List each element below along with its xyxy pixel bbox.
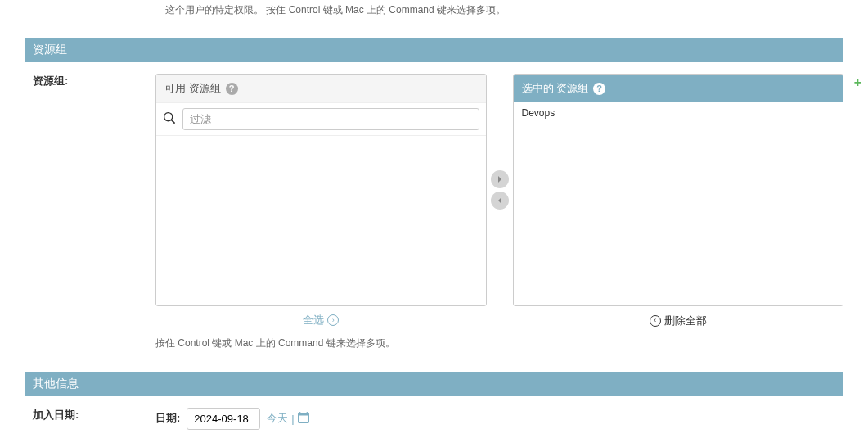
section-header-other-info: 其他信息 [25,372,843,396]
date-field-label: 日期: [155,411,180,426]
divider [25,29,843,29]
chevron-right-icon: › [327,314,339,326]
join-date-label: 加入日期: [25,408,155,422]
chosen-box: 选中的 资源组 ? Devops [513,74,844,306]
chosen-header: 选中的 资源组 ? [514,75,843,102]
resource-group-help-text: 按住 Control 键或 Mac 上的 Command 键来选择多项。 [155,336,843,350]
date-input[interactable] [187,408,260,430]
available-list[interactable] [156,136,486,305]
chosen-header-text: 选中的 资源组 [522,81,589,96]
separator: | [291,413,294,425]
resource-group-label: 资源组: [25,74,155,88]
chosen-list[interactable]: Devops [514,102,843,305]
list-item[interactable]: Devops [514,104,843,122]
dual-selector: 可用 资源组 ? [155,74,843,306]
permissions-help-text: 这个用户的特定权限。 按住 Control 键或 Mac 上的 Command … [165,0,843,29]
filter-input[interactable] [182,108,479,130]
chevron-left-icon: ‹ [650,315,661,327]
today-link[interactable]: 今天 [267,411,288,426]
section-header-resource-group: 资源组 [25,38,843,62]
move-left-button[interactable] [491,192,509,210]
remove-all-text: 删除全部 [664,314,707,328]
search-icon [163,112,176,126]
remove-all-link[interactable]: ‹ 删除全部 [650,314,707,328]
select-all-link[interactable]: 全选 › [303,313,339,327]
move-right-button[interactable] [491,170,509,188]
available-header: 可用 资源组 ? [156,75,486,103]
calendar-icon[interactable] [298,412,309,426]
selector-controls [487,74,513,306]
available-header-text: 可用 资源组 [164,81,221,96]
filter-row [156,103,486,136]
help-icon[interactable]: ? [593,83,605,95]
add-icon[interactable]: + [854,75,861,90]
available-box: 可用 资源组 ? [155,74,487,306]
select-all-text: 全选 [303,313,324,327]
help-icon[interactable]: ? [226,83,238,95]
